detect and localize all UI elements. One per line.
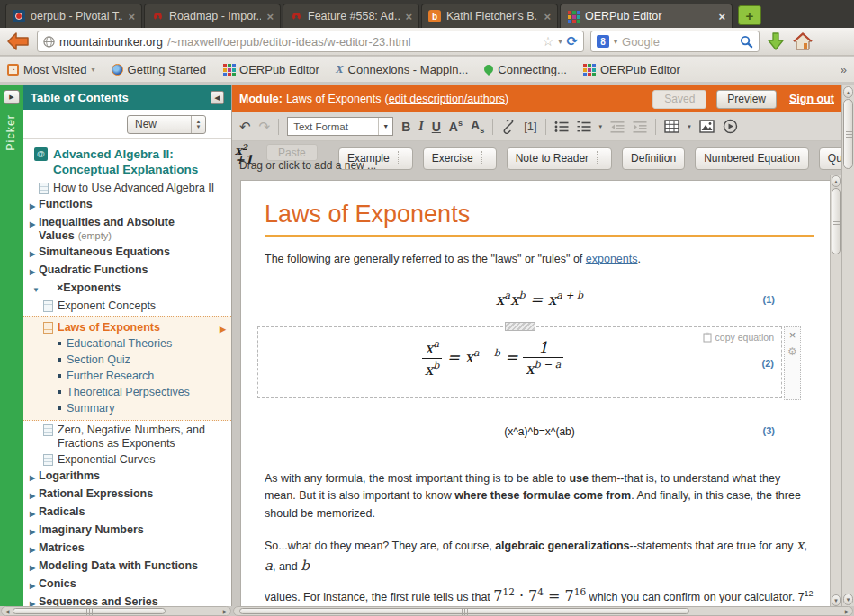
scrollbar-thumb[interactable] — [832, 188, 841, 254]
search-magnifier-icon[interactable] — [740, 35, 753, 49]
toc-item-exponent-concepts[interactable]: Exponent Concepts — [23, 299, 231, 313]
tab-pivotal[interactable]: oerpub - Pivotal T... × — [5, 4, 142, 28]
picker-expand-button[interactable]: ▶ — [4, 90, 20, 104]
new-item-control[interactable]: New ▲ ▼ — [127, 115, 206, 134]
bullet-list-icon[interactable] — [554, 121, 569, 133]
reload-icon[interactable]: ⟳ — [566, 33, 578, 49]
drag-handle-icon[interactable] — [597, 151, 603, 165]
scroll-up-icon[interactable]: ▲ — [832, 175, 841, 187]
search-bar[interactable]: 8 ▾ Google — [590, 31, 760, 52]
video-icon[interactable] — [723, 119, 738, 134]
toc-section-educational-theories[interactable]: Educational Theories — [23, 337, 231, 351]
indent-icon[interactable] — [633, 121, 647, 133]
bookmark-connexions[interactable]: X Connexions - Mappin... — [336, 62, 468, 76]
paragraph-formula[interactable]: As with any formula, the most important … — [265, 470, 814, 522]
paragraph-meaning[interactable]: So...what do they mean? They are, of cou… — [265, 535, 814, 577]
bookmark-connecting[interactable]: Connecting... — [484, 63, 567, 76]
paragraph-first-rule[interactable]: values. For instance, the first rule tel… — [265, 581, 814, 606]
toc-collapse-button[interactable]: ◀ — [211, 91, 224, 104]
tab-roadmap[interactable]: Roadmap - Impor... × — [144, 4, 281, 28]
italic-button[interactable]: I — [418, 120, 423, 134]
paragraph-intro[interactable]: The following are generally referred to … — [265, 251, 814, 268]
toc-item-imaginary[interactable]: ▶ Imaginary Numbers — [23, 523, 231, 539]
tab-oerpub-editor-active[interactable]: OERPub Editor × — [560, 4, 733, 28]
equation-2-box[interactable]: copy equation xaxb = xa − b = 1xb − a (2… — [257, 326, 782, 398]
toc-item-quadratic[interactable]: ▶ Quadratic Functions — [23, 263, 231, 279]
tab-close-icon[interactable]: × — [718, 10, 725, 23]
triangle-right-icon[interactable]: ▶ — [30, 265, 39, 279]
scroll-down-icon[interactable]: ▼ — [843, 594, 853, 605]
subscript-button[interactable]: As — [471, 118, 484, 135]
bookmark-getting-started[interactable]: Getting Started — [112, 63, 206, 76]
back-button[interactable] — [5, 31, 31, 51]
gear-icon[interactable]: ⚙ — [787, 346, 797, 357]
triangle-right-icon[interactable]: ▶ — [30, 200, 39, 213]
image-icon[interactable] — [699, 120, 715, 133]
toc-item-radicals[interactable]: ▶ Radicals — [23, 505, 231, 521]
tab-blog[interactable]: b Kathi Fletcher's B... × — [421, 4, 558, 28]
toc-section-section-quiz[interactable]: Section Quiz — [23, 353, 231, 367]
drag-handle-icon[interactable] — [481, 151, 488, 165]
toc-section-further-research[interactable]: Further Research — [23, 370, 231, 383]
triangle-right-icon[interactable]: ▶ — [30, 525, 39, 539]
triangle-right-icon[interactable]: ▶ — [30, 247, 39, 261]
preview-button[interactable]: Preview — [716, 90, 777, 109]
link-icon[interactable] — [501, 120, 516, 134]
scroll-right-icon[interactable]: ▶ — [841, 607, 852, 615]
scrollbar-thumb[interactable] — [843, 99, 853, 169]
bold-button[interactable]: B — [401, 120, 410, 134]
sidebar-horizontal-scrollbar[interactable]: ◀ ▶ — [1, 606, 231, 616]
text-format-select[interactable]: Text Format ▼ — [287, 117, 393, 136]
insert-exercise-button[interactable]: Exercise — [423, 147, 497, 170]
bookmark-oerpub-editor[interactable]: OERPub Editor — [222, 63, 319, 76]
toc-item-conics[interactable]: ▶ Conics — [23, 577, 231, 593]
delete-x-icon[interactable]: × — [57, 281, 63, 295]
sign-out-link[interactable]: Sign out — [789, 93, 834, 105]
scrollbar-thumb[interactable] — [13, 608, 166, 614]
table-dropdown-icon[interactable]: ▾ — [688, 123, 691, 130]
downloads-button[interactable] — [766, 31, 786, 51]
numbered-list-dropdown-icon[interactable]: ▾ — [599, 123, 603, 130]
scroll-left-icon[interactable]: ◀ — [2, 607, 13, 615]
tab-feature[interactable]: Feature #558: Ad... × — [283, 4, 419, 28]
triangle-right-icon[interactable]: ▶ — [30, 579, 39, 593]
underline-button[interactable]: U — [432, 120, 441, 134]
insert-definition-button[interactable]: Definition — [622, 147, 685, 170]
browser-vertical-scrollbar[interactable]: ▲ ▼ — [841, 85, 854, 606]
toc-item-laws-of-exponents-selected[interactable]: Laws of Exponents ▶ — [23, 321, 231, 335]
equation-2-selected[interactable]: copy equation xaxb = xa − b = 1xb − a (2… — [257, 326, 782, 398]
triangle-right-icon[interactable]: ▶ — [30, 543, 39, 557]
new-item-spinner[interactable]: ▲ ▼ — [191, 116, 205, 133]
toc-section-theoretical[interactable]: Theoretical Perpsectives — [23, 386, 231, 399]
triangle-right-icon[interactable]: ▶ — [30, 489, 39, 503]
home-button[interactable] — [792, 31, 814, 51]
url-dropdown-icon[interactable]: ▾ — [558, 38, 562, 46]
new-tab-button[interactable]: + — [738, 5, 761, 25]
close-icon[interactable]: × — [789, 330, 796, 341]
triangle-right-icon[interactable]: ▶ — [220, 323, 226, 336]
insert-note-button[interactable]: Note to Reader — [507, 147, 612, 170]
drag-handle-icon[interactable] — [398, 151, 404, 165]
tab-close-icon[interactable]: × — [544, 10, 551, 23]
toc-item-course[interactable]: @ Advanced Algebra II: Conceptual Explan… — [23, 147, 231, 177]
tab-close-icon[interactable]: × — [405, 10, 412, 23]
toc-item-modeling[interactable]: ▶ Modeling Data with Functions — [23, 559, 231, 575]
undo-icon[interactable]: ↶ — [239, 120, 251, 134]
insert-numbered-equation-button[interactable]: Numbered Equation — [695, 147, 809, 170]
document-page[interactable]: Laws of Exponents The following are gene… — [240, 180, 839, 606]
document-title[interactable]: Laws of Exponents — [265, 201, 814, 237]
bookmark-most-visited[interactable]: ◔ Most Visited ▾ — [7, 63, 95, 76]
table-icon[interactable] — [664, 120, 679, 133]
equation-3[interactable]: (x^a)^b=x^(ab) (3) — [265, 425, 814, 438]
triangle-right-icon[interactable]: ▶ — [30, 561, 39, 575]
toc-item-simultaneous[interactable]: ▶ Simultaneous Equations — [23, 246, 231, 261]
redo-icon[interactable]: ↷ — [259, 120, 271, 134]
url-bar[interactable]: mountainbunker.org /~maxwell/oerpub/edit… — [37, 31, 584, 52]
triangle-right-icon[interactable]: ▶ — [30, 471, 39, 485]
toc-item-rational[interactable]: ▶ Rational Expressions — [23, 487, 231, 503]
superscript-button[interactable]: As — [449, 119, 463, 134]
exponents-link[interactable]: exponents — [586, 253, 638, 265]
scroll-down-icon[interactable]: ▼ — [832, 594, 841, 606]
toc-section-summary[interactable]: Summary — [23, 402, 231, 415]
editor-horizontal-scrollbar[interactable]: ▶ — [233, 606, 853, 616]
